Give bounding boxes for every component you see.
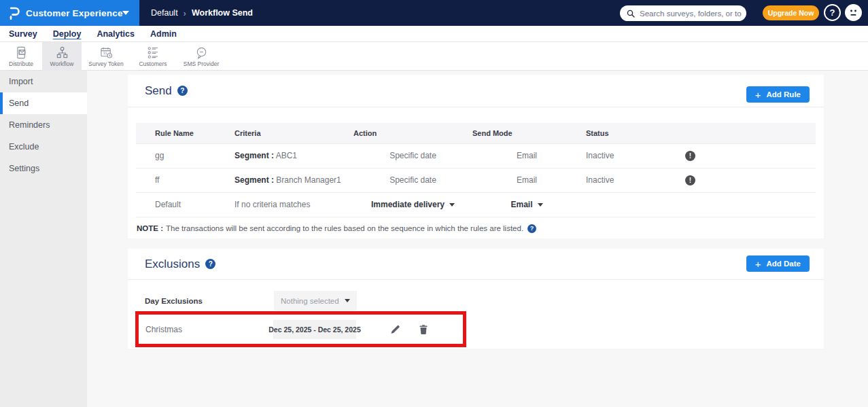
col-send-mode: Send Mode [472, 123, 581, 143]
tab-deploy[interactable]: Deploy [53, 29, 82, 39]
sidebar-item-import[interactable]: Import [0, 71, 87, 92]
deploy-toolbar: Distribute Workflow 31 Survey Token [0, 42, 868, 71]
section-title: Exclusions [145, 258, 200, 271]
rule-criteria: If no criteria matches [235, 192, 353, 217]
tab-analytics[interactable]: Analytics [97, 29, 135, 39]
rule-send-mode: Email [472, 143, 581, 168]
workflow-nodes-icon [56, 46, 69, 59]
rule-name: Default [136, 192, 235, 217]
search-input[interactable] [640, 10, 742, 18]
brand-logo-icon [8, 6, 20, 20]
alert-icon[interactable]: ! [685, 151, 695, 161]
rule-send-mode: Email [472, 168, 581, 192]
note-label: NOTE : [137, 224, 163, 232]
help-icon[interactable]: ? [527, 224, 536, 233]
avatar[interactable] [845, 4, 862, 21]
col-criteria: Criteria [235, 123, 353, 143]
chevron-down-icon [538, 203, 543, 207]
note: NOTE : The transactions will be sent acc… [128, 217, 824, 233]
send-section: Send ? + Add Rule Rule Name Criteria Act… [128, 75, 824, 238]
alert-icon[interactable]: ! [685, 175, 695, 185]
app-window: Customer Experience Default › Workflow S… [0, 0, 868, 407]
rule-status: Inactive [581, 168, 680, 192]
send-section-header: Send ? + Add Rule [128, 75, 824, 107]
svg-text:31: 31 [103, 51, 107, 55]
delete-icon[interactable] [419, 324, 428, 334]
sidebar-item-exclude[interactable]: Exclude [0, 136, 87, 158]
plus-icon: + [755, 259, 761, 269]
table-header-row: Rule Name Criteria Action Send Mode Stat… [136, 123, 816, 143]
edit-icon[interactable] [390, 324, 400, 334]
exclusion-name: Christmas [145, 325, 182, 334]
exclusion-row: Christmas Dec 25, 2025 - Dec 25, 2025 [139, 315, 463, 344]
rule-criteria: Segment : Branch Manager1 [235, 168, 353, 192]
top-bar: Customer Experience Default › Workflow S… [0, 0, 868, 26]
page-title: Send [145, 84, 172, 98]
rule-criteria: Segment : ABC1 [235, 143, 353, 168]
sidebar: Import Send Reminders Exclude Settings [0, 71, 87, 407]
search-icon [627, 10, 635, 18]
plus-icon: + [755, 90, 761, 100]
customer-list-icon [147, 46, 160, 59]
day-exclusions-select[interactable]: Nothing selected [274, 291, 357, 311]
calendar-clock-icon: 31 [100, 46, 113, 59]
tab-survey[interactable]: Survey [9, 29, 37, 39]
chat-bubble-icon [195, 46, 208, 59]
toolbar-item-survey-token[interactable]: 31 Survey Token [82, 42, 131, 71]
chevron-down-icon [345, 299, 350, 302]
rule-action: Specific date [353, 168, 472, 192]
chevron-right-icon: › [184, 8, 186, 18]
global-search[interactable] [620, 5, 746, 21]
highlight-box: Christmas Dec 25, 2025 - Dec 25, 2025 [135, 311, 466, 347]
add-date-button[interactable]: + Add Date [746, 255, 810, 272]
chevron-down-icon [449, 203, 455, 207]
sidebar-item-settings[interactable]: Settings [0, 158, 87, 179]
chevron-down-icon [122, 11, 129, 15]
rule-status: Inactive [581, 143, 680, 168]
workspace-switcher[interactable]: Customer Experience [0, 0, 139, 26]
note-text: The transactions will be sent according … [166, 224, 523, 232]
primary-nav: Survey Deploy Analytics Admin [0, 26, 868, 42]
send-mode-dropdown[interactable]: Email [472, 192, 581, 217]
col-status: Status [581, 123, 680, 143]
face-icon [845, 4, 862, 21]
action-dropdown[interactable]: Immediate delivery [353, 192, 472, 217]
help-icon[interactable]: ? [177, 86, 188, 96]
rule-action: Specific date [353, 143, 472, 168]
table-row-default: Default If no criteria matches Immediate… [136, 192, 816, 217]
table-row: gg Segment : ABC1 Specific date Email In… [136, 143, 816, 168]
exclusions-section: Exclusions ? + Add Date Day Exclusions N… [128, 249, 824, 349]
table-row: ff Segment : Branch Manager1 Specific da… [136, 168, 816, 192]
toolbar-item-sms-provider[interactable]: SMS Provider [175, 42, 227, 71]
help-icon[interactable]: ? [205, 259, 215, 269]
rule-name: ff [136, 168, 235, 192]
workspace-name: Customer Experience [26, 8, 123, 18]
breadcrumb: Default › Workflow Send [151, 0, 253, 26]
exclusions-section-header: Exclusions ? + Add Date [128, 249, 824, 280]
sidebar-item-reminders[interactable]: Reminders [0, 114, 87, 136]
breadcrumb-folder[interactable]: Default [151, 8, 178, 18]
phone-envelope-icon [15, 46, 28, 59]
rule-name: gg [136, 143, 235, 168]
add-rule-button[interactable]: + Add Rule [746, 86, 810, 103]
upgrade-button[interactable]: Upgrade Now [763, 5, 819, 20]
col-action: Action [353, 123, 472, 143]
main-content: Send ? + Add Rule Rule Name Criteria Act… [87, 71, 868, 407]
tab-admin[interactable]: Admin [150, 29, 177, 39]
toolbar-item-customers[interactable]: Customers [131, 42, 175, 71]
sidebar-item-send[interactable]: Send [0, 92, 87, 114]
help-icon[interactable]: ? [824, 4, 841, 21]
toolbar-item-distribute[interactable]: Distribute [0, 42, 42, 71]
day-exclusions-label: Day Exclusions [145, 297, 203, 305]
exclusion-date-range[interactable]: Dec 25, 2025 - Dec 25, 2025 [273, 320, 356, 339]
toolbar-item-workflow[interactable]: Workflow [42, 42, 82, 71]
rules-table: Rule Name Criteria Action Send Mode Stat… [136, 123, 816, 217]
breadcrumb-current: Workflow Send [192, 8, 253, 18]
col-rule-name: Rule Name [136, 123, 235, 143]
